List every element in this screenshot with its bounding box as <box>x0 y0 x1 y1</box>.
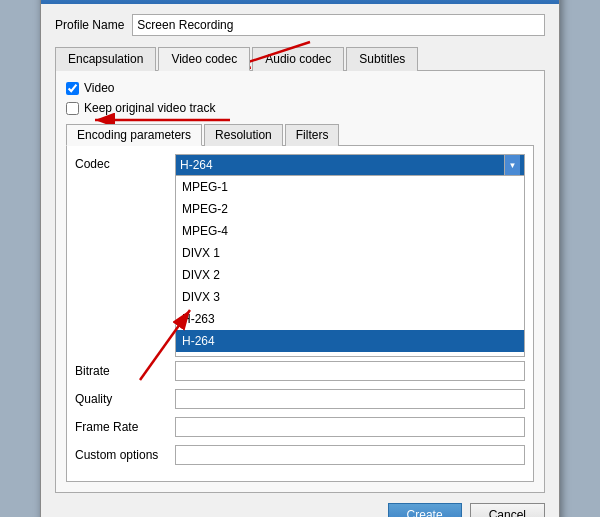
codec-option-h263[interactable]: H-263 <box>176 308 524 330</box>
tab-filters[interactable]: Filters <box>285 124 340 146</box>
codec-option-vp8[interactable]: VP8 <box>176 352 524 356</box>
codec-row: Codec H-264 ▼ MPEG-1 MPEG-2 MPEG- <box>75 154 525 357</box>
quality-input[interactable] <box>175 389 525 409</box>
bitrate-control <box>175 361 525 381</box>
tab-audio-codec[interactable]: Audio codec <box>252 47 344 71</box>
encoding-params-content: Codec H-264 ▼ MPEG-1 MPEG-2 MPEG- <box>66 146 534 482</box>
bitrate-input[interactable] <box>175 361 525 381</box>
custom-options-label: Custom options <box>75 445 175 462</box>
frame-rate-label: Frame Rate <box>75 417 175 434</box>
bitrate-label: Bitrate <box>75 361 175 378</box>
inner-tabs: Encoding parameters Resolution Filters <box>66 123 534 146</box>
keep-original-label[interactable]: Keep original video track <box>84 101 215 115</box>
codec-option-mpeg1[interactable]: MPEG-1 <box>176 176 524 198</box>
tab-video-codec[interactable]: Video codec <box>158 47 250 71</box>
keep-original-checkbox-row: Keep original video track <box>66 101 534 115</box>
frame-rate-row: Frame Rate <box>75 417 525 441</box>
video-checkbox-label[interactable]: Video <box>84 81 114 95</box>
custom-options-input[interactable] <box>175 445 525 465</box>
frame-rate-input[interactable] <box>175 417 525 437</box>
codec-option-divx2[interactable]: DIVX 2 <box>176 264 524 286</box>
dropdown-arrow-icon[interactable]: ▼ <box>504 155 520 175</box>
tab-resolution[interactable]: Resolution <box>204 124 283 146</box>
codec-selected-value: H-264 <box>180 158 504 172</box>
codec-option-mpeg4[interactable]: MPEG-4 <box>176 220 524 242</box>
codec-option-h264[interactable]: H-264 <box>176 330 524 352</box>
quality-control <box>175 389 525 409</box>
cancel-button[interactable]: Cancel <box>470 503 545 517</box>
create-button[interactable]: Create <box>388 503 462 517</box>
codec-dropdown[interactable]: H-264 ▼ <box>175 154 525 176</box>
profile-name-row: Profile Name <box>55 14 545 36</box>
codec-option-divx1[interactable]: DIVX 1 <box>176 242 524 264</box>
tab-encapsulation[interactable]: Encapsulation <box>55 47 156 71</box>
dialog-content: Profile Name Encapsulation Video codec A… <box>41 4 559 517</box>
codec-option-mpeg2[interactable]: MPEG-2 <box>176 198 524 220</box>
codec-dropdown-list: MPEG-1 MPEG-2 MPEG-4 DIVX 1 DIVX 2 DIVX … <box>175 176 525 357</box>
frame-rate-control <box>175 417 525 437</box>
tab-subtitles[interactable]: Subtitles <box>346 47 418 71</box>
codec-options-list: MPEG-1 MPEG-2 MPEG-4 DIVX 1 DIVX 2 DIVX … <box>176 176 524 356</box>
keep-original-checkbox[interactable] <box>66 102 79 115</box>
quality-label: Quality <box>75 389 175 406</box>
custom-options-row: Custom options <box>75 445 525 469</box>
main-tabs: Encapsulation Video codec Audio codec Su… <box>55 46 545 71</box>
tab-content: Video Keep original video track Encoding… <box>55 71 545 493</box>
quality-row: Quality <box>75 389 525 413</box>
profile-edition-window: ▶ Profile edition ? ✕ Profile Name Encap… <box>40 0 560 517</box>
codec-label: Codec <box>75 154 175 171</box>
video-checkbox-row: Video <box>66 81 534 95</box>
codec-option-divx3[interactable]: DIVX 3 <box>176 286 524 308</box>
bitrate-row: Bitrate <box>75 361 525 385</box>
tab-encoding-params[interactable]: Encoding parameters <box>66 124 202 146</box>
profile-name-input[interactable] <box>132 14 545 36</box>
custom-options-control <box>175 445 525 465</box>
codec-control: H-264 ▼ MPEG-1 MPEG-2 MPEG-4 DIVX 1 DIVX… <box>175 154 525 357</box>
bottom-buttons: Create Cancel <box>55 493 545 517</box>
profile-name-label: Profile Name <box>55 18 124 32</box>
video-checkbox[interactable] <box>66 82 79 95</box>
